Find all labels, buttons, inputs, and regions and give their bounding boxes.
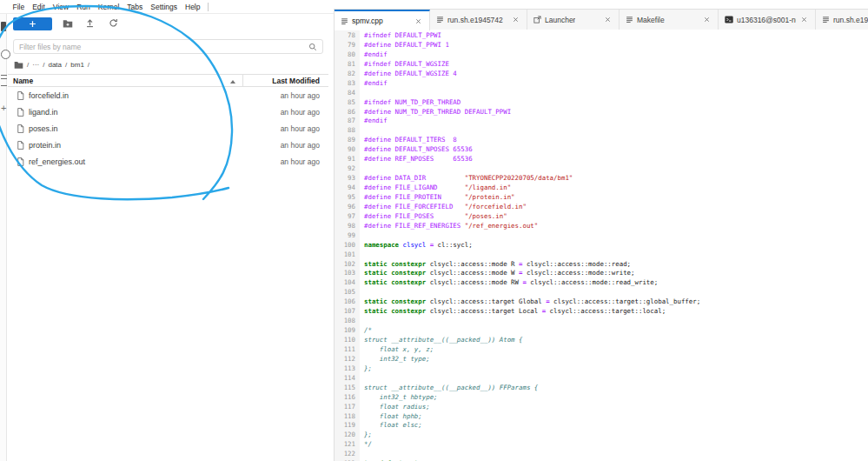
menu-item-help[interactable]: Help: [182, 3, 204, 11]
line-number: 94: [335, 184, 355, 193]
file-row[interactable]: protein.inan hour ago: [8, 137, 328, 153]
code-line[interactable]: 112 int32_t type;: [335, 355, 868, 364]
code-line[interactable]: 108: [335, 317, 868, 326]
line-number: 111: [335, 345, 355, 355]
breadcrumb-item-bm1[interactable]: bm1: [70, 61, 84, 69]
code-line[interactable]: 102static constexpr clsycl::access::mode…: [335, 260, 868, 270]
code-line[interactable]: 114: [335, 374, 868, 384]
code-line[interactable]: 88: [335, 126, 868, 136]
code-line[interactable]: 110struct __attribute__((__packed__)) At…: [335, 336, 868, 345]
code-line[interactable]: 92: [335, 164, 868, 174]
code-line[interactable]: 82#define DEFAULT_WGSIZE 4: [335, 70, 868, 79]
code-line[interactable]: 117 float radius;: [335, 403, 868, 412]
code-line[interactable]: 95#define FILE_PROTEIN "/protein.in": [335, 193, 868, 203]
code-line[interactable]: 83#endif: [335, 79, 868, 89]
code-text: int32_t hbtype;: [364, 393, 438, 403]
code-line[interactable]: 122: [335, 450, 868, 459]
tab-makefile[interactable]: Makefile: [620, 10, 719, 30]
launcher-icon: [533, 16, 541, 23]
code-line[interactable]: 111 float x, y, z;: [335, 345, 868, 355]
menu-item-edit[interactable]: Edit: [29, 3, 50, 11]
line-number: 97: [335, 212, 355, 222]
code-line[interactable]: 116 int32_t hbtype;: [335, 393, 868, 403]
tab-spmv-cpp[interactable]: spmv.cpp: [335, 10, 430, 30]
code-line[interactable]: 78#ifndef DEFAULT_PPWI: [335, 31, 868, 41]
code-line[interactable]: 120};: [335, 431, 868, 440]
commands-icon[interactable]: [1, 75, 7, 86]
code-line[interactable]: 84: [335, 89, 868, 98]
folder-icon[interactable]: [14, 61, 23, 69]
upload-icon: [85, 17, 95, 30]
code-line[interactable]: 121*/: [335, 440, 868, 450]
file-row[interactable]: forcefield.inan hour ago: [8, 87, 328, 104]
close-icon[interactable]: [511, 15, 520, 24]
breadcrumb-item-[interactable]: ···: [32, 61, 39, 69]
close-icon[interactable]: [603, 15, 613, 24]
upload-button[interactable]: [83, 18, 96, 30]
file-icon: [17, 157, 24, 166]
code-line[interactable]: 98#define FILE_REF_ENERGIES "/ref_energi…: [335, 222, 868, 231]
close-icon[interactable]: [799, 15, 809, 24]
code-line[interactable]: 80#endif: [335, 50, 868, 60]
code-line[interactable]: 86#define NUM_TD_PER_THREAD DEFAULT_PPWI: [335, 108, 868, 117]
code-text: #define DEFAULT_ITERS 8: [364, 136, 457, 145]
code-line[interactable]: 106static constexpr clsycl::access::targ…: [335, 297, 868, 307]
code-line[interactable]: 99: [335, 231, 868, 241]
menu-item-kernel[interactable]: Kernel: [94, 3, 123, 11]
code-line[interactable]: 81#ifndef DEFAULT_WGSIZE: [335, 60, 868, 70]
tab-u136316-s001-n012[interactable]: u136316@s001-n012:: [719, 10, 816, 30]
code-line[interactable]: 94#define FILE_LIGAND "/ligand.in": [335, 184, 868, 193]
code-line[interactable]: 105: [335, 288, 868, 297]
tab-run-sh-e1945742[interactable]: run.sh.e1945742: [430, 10, 527, 30]
tab-run-sh-e194[interactable]: run.sh.e194: [816, 10, 868, 30]
breadcrumb-item-data[interactable]: data: [48, 61, 62, 69]
close-icon[interactable]: [414, 17, 423, 26]
menu-item-view[interactable]: View: [49, 3, 72, 11]
line-number: 103: [335, 269, 355, 278]
code-text: static constexpr clsycl::access::target …: [364, 307, 666, 317]
code-line[interactable]: 93#define DATA_DIR "TRYONECPP20220705/da…: [335, 174, 868, 184]
code-line[interactable]: 115struct __attribute__((__packed__)) FF…: [335, 384, 868, 393]
code-line[interactable]: 96#define FILE_FORCEFIELD "/forcefield.i…: [335, 203, 868, 212]
files-tab-icon[interactable]: [1, 22, 6, 31]
menu-item-run[interactable]: Run: [73, 3, 95, 11]
code-line[interactable]: 79#define DEFAULT_PPWI 1: [335, 41, 868, 50]
code-line[interactable]: 90#define DEFAULT_NPOSES 65536: [335, 145, 868, 155]
column-header-last-modified[interactable]: Last Modified: [272, 77, 320, 85]
code-line[interactable]: 97#define FILE_POSES "/poses.in": [335, 212, 868, 222]
code-line[interactable]: 87#endif: [335, 117, 868, 126]
code-line[interactable]: 113};: [335, 364, 868, 374]
file-row[interactable]: poses.inan hour ago: [8, 120, 328, 137]
new-launcher-button[interactable]: [13, 17, 52, 30]
column-header-name[interactable]: Name: [13, 77, 33, 85]
close-icon[interactable]: [702, 15, 712, 24]
code-line[interactable]: 85#ifndef NUM_TD_PER_THREAD: [335, 98, 868, 108]
menu-item-tabs[interactable]: Tabs: [123, 3, 147, 11]
line-number: 86: [335, 108, 355, 117]
code-line[interactable]: 100namespace clsycl = cl::sycl;: [335, 241, 868, 251]
code-line[interactable]: 119 float elsc;: [335, 421, 868, 431]
code-line[interactable]: 118 float hphb;: [335, 412, 868, 422]
file-row[interactable]: ligand.inan hour ago: [8, 104, 328, 120]
breadcrumb-separator: /: [27, 61, 29, 69]
code-line[interactable]: 101: [335, 251, 868, 260]
menu-item-settings[interactable]: Settings: [147, 3, 182, 11]
menu-item-file[interactable]: File: [9, 3, 29, 11]
code-line[interactable]: 104static constexpr clsycl::access::mode…: [335, 278, 868, 288]
file-row[interactable]: ref_energies.outan hour ago: [8, 153, 328, 170]
code-line[interactable]: 89#define DEFAULT_ITERS 8: [335, 136, 868, 145]
tab-launcher[interactable]: Launcher: [527, 10, 620, 30]
extensions-icon[interactable]: [1, 99, 7, 109]
code-line[interactable]: 91#define REF_NPOSES 65536: [335, 155, 868, 164]
line-number: 121: [335, 440, 355, 450]
jupyterlab-window: FileEditViewRunKernelTabsSettingsHelp: [0, 0, 868, 461]
code-line[interactable]: 107static constexpr clsycl::access::targ…: [335, 307, 868, 317]
code-editor[interactable]: 78#ifndef DEFAULT_PPWI79#define DEFAULT_…: [335, 30, 868, 461]
code-line[interactable]: 103static constexpr clsycl::access::mode…: [335, 269, 868, 278]
running-sessions-icon[interactable]: [1, 50, 10, 59]
filter-files-input[interactable]: [14, 43, 308, 51]
new-folder-button[interactable]: [62, 18, 74, 30]
code-line[interactable]: 109/*: [335, 326, 868, 336]
refresh-button[interactable]: [107, 18, 119, 30]
line-number: 83: [335, 79, 355, 89]
